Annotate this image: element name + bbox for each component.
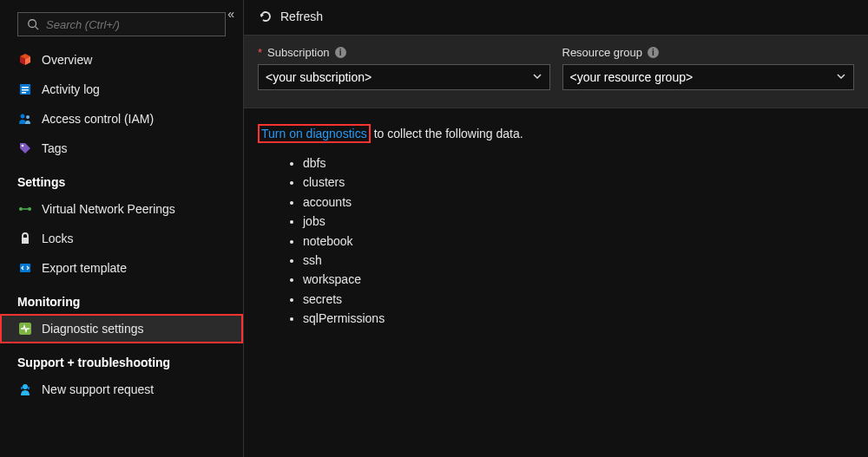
dropdown-value: <your subscription> (266, 70, 372, 84)
required-star-icon: * (258, 46, 262, 59)
resource-group-dropdown[interactable]: <your resource group> (562, 64, 855, 90)
nav-label: Activity log (42, 82, 100, 96)
nav-label: Overview (42, 53, 92, 67)
nav-label: New support request (42, 382, 154, 396)
activity-log-icon (17, 82, 33, 97)
list-item: sqlPermissions (303, 309, 854, 328)
search-container (17, 12, 226, 36)
svg-rect-4 (22, 89, 29, 91)
list-item: ssh (303, 251, 854, 270)
list-item: workspace (303, 270, 854, 289)
dropdown-value: <your resource group> (570, 70, 694, 84)
svg-point-15 (23, 384, 28, 389)
refresh-button[interactable]: Refresh (280, 10, 323, 23)
search-icon (25, 16, 41, 32)
nav-vnet-peerings[interactable]: Virtual Network Peerings (0, 194, 243, 224)
svg-rect-17 (28, 387, 30, 389)
export-template-icon (17, 260, 33, 276)
label-text: Resource group (562, 46, 643, 59)
collapse-sidebar-icon[interactable]: « (227, 7, 234, 21)
svg-point-0 (29, 20, 36, 28)
list-item: clusters (303, 173, 854, 192)
diagnostics-data-list: dbfs clusters accounts jobs notebook ssh… (258, 153, 854, 329)
nav-overview[interactable]: Overview (0, 45, 243, 75)
refresh-icon[interactable] (258, 9, 273, 24)
lock-icon (17, 231, 33, 246)
filter-bar: * Subscription i <your subscription> Res… (244, 35, 868, 108)
svg-rect-12 (22, 238, 29, 244)
svg-point-10 (28, 207, 31, 211)
nav-new-support-request[interactable]: New support request (0, 375, 243, 404)
info-icon[interactable]: i (335, 47, 346, 58)
section-settings: Settings (0, 163, 243, 194)
main-panel: Refresh * Subscription i <your subscript… (244, 0, 868, 457)
nav-access-control[interactable]: Access control (IAM) (0, 104, 243, 134)
subscription-label: * Subscription i (258, 46, 550, 59)
diagnostic-icon (17, 321, 33, 336)
list-item: accounts (303, 193, 854, 212)
nav-label: Export template (42, 261, 127, 275)
svg-rect-3 (22, 87, 29, 88)
nav-label: Tags (42, 141, 68, 155)
toolbar: Refresh (244, 0, 868, 35)
list-item: notebook (303, 232, 854, 251)
search-box[interactable] (17, 12, 226, 36)
svg-point-8 (22, 145, 24, 147)
info-icon[interactable]: i (648, 47, 659, 58)
svg-rect-5 (22, 92, 26, 94)
nav-export-template[interactable]: Export template (0, 253, 243, 283)
nav-locks[interactable]: Locks (0, 224, 243, 253)
resource-group-filter: Resource group i <your resource group> (562, 46, 855, 90)
label-text: Subscription (267, 46, 330, 59)
nav-diagnostic-settings[interactable]: Diagnostic settings (0, 314, 243, 343)
access-control-icon (17, 111, 33, 127)
nav-label: Locks (42, 232, 74, 245)
subscription-dropdown[interactable]: <your subscription> (258, 64, 550, 90)
tag-icon (17, 140, 33, 156)
nav-label: Access control (IAM) (42, 112, 154, 126)
section-support: Support + troubleshooting (0, 343, 243, 375)
overview-icon (17, 52, 33, 68)
list-item: dbfs (303, 153, 854, 173)
nav-label: Diagnostic settings (42, 322, 144, 336)
chevron-down-icon (532, 70, 542, 84)
vnet-icon (17, 201, 33, 217)
subscription-filter: * Subscription i <your subscription> (258, 46, 550, 90)
list-item: jobs (303, 212, 854, 231)
chevron-down-icon (836, 70, 846, 84)
nav-label: Virtual Network Peerings (42, 202, 175, 216)
svg-point-7 (26, 115, 30, 119)
nav-activity-log[interactable]: Activity log (0, 75, 243, 104)
svg-rect-16 (21, 387, 23, 389)
turn-on-diagnostics-link[interactable]: Turn on diagnostics (258, 124, 371, 143)
list-item: secrets (303, 290, 854, 309)
section-monitoring: Monitoring (0, 283, 243, 314)
nav-tags[interactable]: Tags (0, 134, 243, 163)
svg-point-6 (21, 114, 25, 119)
diagnostics-prompt: Turn on diagnostics to collect the follo… (258, 124, 854, 143)
search-input[interactable] (46, 18, 218, 31)
support-icon (17, 382, 33, 397)
content-area: Turn on diagnostics to collect the follo… (244, 108, 868, 344)
resource-group-label: Resource group i (562, 46, 855, 59)
sidebar: « Overview Activity log Access control (… (0, 0, 244, 457)
svg-point-9 (19, 207, 23, 211)
diagnostics-suffix-text: to collect the following data. (374, 127, 523, 140)
svg-line-1 (36, 27, 39, 30)
